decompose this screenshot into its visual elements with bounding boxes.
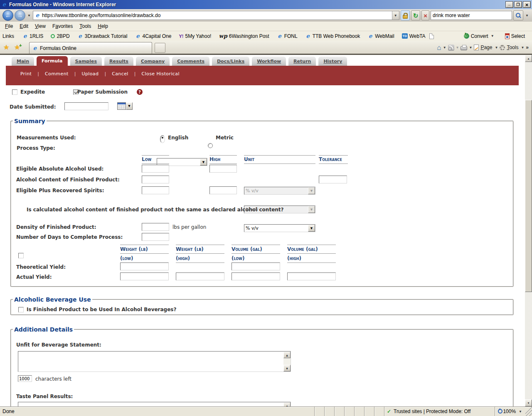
alcohol-content-low-input[interactable]: [142, 176, 169, 183]
browser-tab[interactable]: Formulas Online: [29, 42, 152, 54]
help-icon[interactable]: [137, 89, 143, 95]
gear-icon[interactable]: [500, 45, 505, 50]
scroll-down-icon[interactable]: [283, 365, 291, 371]
back-button[interactable]: [2, 10, 13, 21]
link-2bpd[interactable]: 2BPD: [47, 33, 73, 39]
alcohol-content-tolerance-input[interactable]: [319, 176, 347, 183]
tab-workflow[interactable]: Workflow: [252, 57, 286, 66]
close-button[interactable]: [523, 1, 531, 8]
actual-volume-high-input[interactable]: [287, 272, 336, 280]
tab-comments[interactable]: Comments: [172, 57, 209, 66]
menu-tools[interactable]: Tools: [76, 22, 94, 30]
link-webta[interactable]: WebTA: [398, 33, 429, 39]
rss-feed-icon[interactable]: [448, 45, 454, 51]
print-button[interactable]: Print: [20, 71, 32, 77]
page-scrollbar[interactable]: [525, 55, 532, 406]
resize-grip[interactable]: [525, 407, 532, 416]
address-input[interactable]: [42, 12, 390, 18]
link-drawback-tutorial[interactable]: 3Drawback Tutorial: [74, 33, 131, 39]
add-favorite-icon[interactable]: [14, 44, 20, 51]
printer-icon[interactable]: [461, 46, 467, 50]
theoretical-weight-low-input[interactable]: [120, 262, 169, 270]
select-button[interactable]: Select: [501, 33, 529, 39]
link-fonl[interactable]: FONL: [273, 33, 301, 39]
address-dropdown-button[interactable]: [392, 11, 399, 20]
close-historical-button[interactable]: Close Historical: [142, 71, 180, 77]
scroll-up-icon[interactable]: [283, 352, 291, 358]
stop-button[interactable]: [421, 10, 429, 20]
density-input[interactable]: [142, 223, 169, 231]
cancel-button[interactable]: Cancel: [112, 71, 128, 77]
eligible-plus-unit-select[interactable]: % v/v: [244, 224, 315, 232]
eligible-plus-low-input[interactable]: [142, 186, 169, 194]
beverage-use-checkbox[interactable]: [18, 307, 24, 312]
textarea-scrollbar[interactable]: [283, 402, 291, 406]
page-menu-button[interactable]: Page: [480, 45, 493, 50]
home-icon[interactable]: [437, 44, 441, 51]
comment-button[interactable]: Comment: [45, 71, 69, 77]
expedite-checkbox[interactable]: [12, 89, 17, 95]
link-1rlis[interactable]: 1RLIS: [18, 33, 47, 39]
chevron-down-icon[interactable]: [442, 46, 447, 50]
eligible-absolute-low-input[interactable]: [142, 165, 169, 173]
link-ttb-phonebook[interactable]: TTB Web Phonebook: [301, 33, 364, 39]
address-field[interactable]: [33, 11, 399, 20]
page-menu-icon[interactable]: [474, 45, 479, 50]
new-tab-button[interactable]: [155, 43, 165, 53]
search-input[interactable]: [431, 11, 512, 20]
tools-menu-button[interactable]: Tools: [506, 45, 519, 50]
favorites-star-icon[interactable]: [3, 43, 9, 51]
tab-history[interactable]: History: [318, 57, 347, 66]
security-lock-button[interactable]: [401, 10, 410, 20]
scrollbar-thumb[interactable]: [525, 100, 532, 292]
link-webmail[interactable]: WebMail: [364, 33, 398, 39]
link-washington-post[interactable]: 6Washington Post: [215, 33, 273, 39]
theoretical-volume-low-input[interactable]: [232, 262, 280, 270]
zoom-segment[interactable]: 100%: [495, 407, 525, 416]
scroll-up-icon[interactable]: [283, 402, 291, 406]
chevron-down-icon[interactable]: [518, 410, 523, 414]
search-go-button[interactable]: [513, 10, 523, 20]
eligible-absolute-high-input[interactable]: [209, 165, 237, 173]
history-dropdown-icon[interactable]: [27, 14, 32, 17]
tab-company[interactable]: Company: [136, 57, 170, 66]
menu-view[interactable]: View: [32, 22, 49, 30]
tab-formula[interactable]: Formula: [37, 56, 68, 66]
eligible-plus-high-input[interactable]: [209, 186, 237, 194]
link-capital-one[interactable]: 4Capital One: [131, 33, 175, 39]
chevron-down-icon[interactable]: [494, 46, 499, 50]
actual-weight-low-input[interactable]: [120, 272, 169, 280]
scroll-up-icon[interactable]: [525, 55, 532, 62]
refresh-button[interactable]: [411, 10, 421, 20]
date-submitted-input[interactable]: [64, 102, 108, 110]
calc-content-checkbox[interactable]: [18, 253, 24, 258]
forward-button[interactable]: [15, 10, 25, 21]
convert-button[interactable]: Convert: [460, 33, 499, 39]
metric-radio[interactable]: [208, 143, 213, 148]
actual-volume-low-input[interactable]: [232, 272, 280, 280]
overflow-chevron-icon[interactable]: [526, 45, 529, 50]
link-my-yahoo[interactable]: 5My Yahoo!: [175, 33, 215, 39]
menu-help[interactable]: Help: [94, 22, 111, 30]
actual-weight-high-input[interactable]: [176, 272, 224, 280]
scroll-down-icon[interactable]: [525, 399, 532, 406]
tab-return[interactable]: Return: [288, 57, 316, 66]
tab-samples[interactable]: Samples: [70, 57, 102, 66]
menu-edit[interactable]: Edit: [16, 22, 32, 30]
unfit-statement-textarea[interactable]: [18, 351, 291, 372]
chevron-down-icon[interactable]: [520, 46, 525, 50]
textarea-scrollbar[interactable]: [283, 352, 291, 371]
menu-favorites[interactable]: Favorites: [49, 22, 76, 30]
menu-file[interactable]: File: [2, 22, 16, 30]
taste-panel-textarea[interactable]: [18, 402, 291, 406]
english-radio[interactable]: [160, 135, 165, 143]
upload-button[interactable]: Upload: [81, 71, 99, 77]
chevron-down-icon[interactable]: [468, 46, 473, 50]
minimize-button[interactable]: [505, 1, 513, 8]
tab-main[interactable]: Main: [12, 57, 34, 66]
tab-results[interactable]: Results: [104, 57, 133, 66]
days-input[interactable]: [142, 233, 169, 241]
tab-docs-links[interactable]: Docs/Links: [212, 57, 249, 66]
search-options-dropdown-icon[interactable]: [525, 14, 530, 17]
calendar-picker-button[interactable]: [117, 102, 133, 111]
